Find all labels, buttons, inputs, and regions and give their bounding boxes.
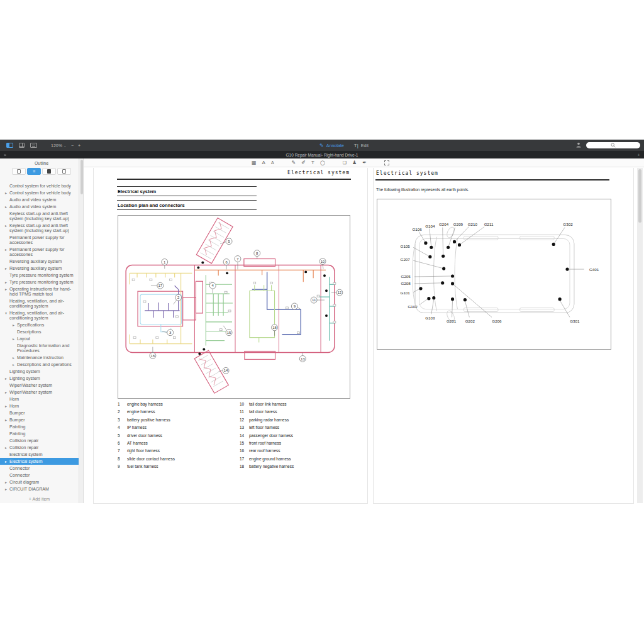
marker-icon[interactable]: ✐ [301, 160, 306, 165]
disclosure-right-icon[interactable]: ▸ [5, 191, 9, 196]
outline-item[interactable]: Painting [0, 430, 79, 437]
annotate-mode-button[interactable]: ✎ Annotate [319, 143, 344, 148]
outline-item[interactable]: ▸Circuit diagram [0, 479, 79, 486]
outline-item[interactable]: ▸Reversing auxiliary system [0, 265, 79, 272]
outline-item[interactable]: Diagnostic Information and Procedures [0, 342, 79, 354]
outline-tab[interactable]: ≡ [27, 168, 41, 175]
outline-item[interactable]: Collision repair [0, 437, 79, 444]
document-scrollbar[interactable] [637, 168, 643, 503]
disclosure-right-icon[interactable]: ▸ [5, 390, 9, 395]
disclosure-right-icon[interactable]: ▸ [13, 336, 17, 341]
outline-item[interactable]: ▸Keyless start-up and anti-theft system … [0, 222, 79, 234]
outline-item[interactable]: ▸Operating instructions for hand-held TP… [0, 286, 79, 297]
outline-item[interactable]: ▸Layout [0, 335, 79, 342]
zoom-out-button[interactable]: − [71, 143, 74, 148]
outline-item[interactable]: Lighting system [0, 368, 79, 375]
outline-item[interactable]: ▸Collision repair [0, 444, 79, 451]
disclosure-right-icon[interactable]: ▸ [5, 280, 9, 285]
grid-view-icon[interactable] [18, 143, 25, 148]
outline-item[interactable]: Connector [0, 465, 79, 472]
signature-icon[interactable]: ✒ [362, 160, 367, 165]
outline-item[interactable]: ▸Horn [0, 402, 79, 409]
text-box-icon[interactable]: T [311, 160, 314, 165]
disclosure-right-icon[interactable]: ▸ [5, 480, 9, 485]
outline-item[interactable]: ▸Tyre pressure monitoring system [0, 279, 79, 286]
sidebar-toggle-icon[interactable] [6, 143, 13, 148]
outline-item[interactable]: ▸Specifications [0, 321, 79, 328]
outline-item[interactable]: ▸Descriptions and operations [0, 361, 79, 368]
disclosure-right-icon[interactable]: ▸ [5, 376, 9, 381]
disclosure-right-icon[interactable]: ▸ [5, 404, 9, 409]
zoom-in-button[interactable]: + [78, 143, 80, 148]
disclosure-right-icon[interactable]: ▸ [5, 247, 9, 257]
outline-item[interactable]: ▸Bumper [0, 416, 79, 423]
shape-icon[interactable]: ◯ [320, 160, 325, 165]
outline-item[interactable]: ▸CIRCUIT DIAGRAM(Flagship version) [0, 492, 79, 493]
outline-item[interactable]: Permanent power supply for accessories [0, 234, 79, 246]
legend-label: driver door harness [127, 433, 162, 438]
outline-item[interactable]: Audio and video system [0, 196, 79, 203]
disclosure-right-icon[interactable]: ▸ [5, 445, 9, 450]
outline-item[interactable]: Heating, ventilation, and air-conditioni… [0, 297, 79, 309]
add-item-button[interactable]: + Add item [0, 497, 79, 501]
outline-item[interactable]: Horn [0, 396, 79, 402]
outline-item[interactable]: Electrical system [0, 451, 79, 458]
outline-item[interactable]: Tyre pressure monitoring system [0, 272, 79, 279]
outline-item[interactable]: ▸Wiper/Washer system [0, 389, 79, 396]
thumbnails-tab[interactable] [12, 168, 26, 175]
outline-item[interactable]: ▸Maintenance instruction [0, 354, 79, 361]
add-tab-icon[interactable]: + [637, 152, 640, 158]
stamp-icon[interactable]: ♟ [352, 160, 357, 165]
text-style-icon[interactable]: A [271, 160, 274, 165]
disclosure-right-icon[interactable]: ▸ [5, 223, 9, 233]
outline-item[interactable]: Bumper [0, 409, 79, 416]
disclosure-down-icon[interactable]: ▾ [5, 311, 9, 321]
disclosure-right-icon[interactable]: ▸ [13, 362, 17, 367]
attachments-tab[interactable] [57, 168, 71, 175]
sidebar-scrollbar[interactable] [79, 158, 83, 503]
outline-item[interactable]: ▸Audio and video system [0, 203, 79, 210]
outline-item[interactable]: Control system for vehicle body [0, 182, 79, 189]
area-highlight-icon[interactable]: ▦ [252, 160, 257, 165]
bookmarks-tab[interactable] [42, 168, 56, 175]
document-tab[interactable]: G10 Repair Manual- Right-hand Drive-1 [286, 153, 358, 157]
outline-item[interactable]: ▾Heating, ventilation, and air-condition… [0, 309, 79, 321]
outline-item[interactable]: Keyless start-up and anti-theft system (… [0, 210, 79, 222]
select-area-icon[interactable] [384, 160, 389, 165]
edit-mode-button[interactable]: T| Edit [354, 143, 369, 148]
outline-item[interactable]: Painting [0, 423, 79, 430]
reader-view-icon[interactable] [30, 143, 37, 148]
disclosure-right-icon[interactable]: ▸ [5, 266, 9, 271]
disclosure-right-icon[interactable]: ▸ [5, 287, 9, 297]
close-tab-icon[interactable]: × [4, 153, 6, 157]
svg-text:G201: G201 [447, 319, 457, 323]
outline-item[interactable]: Connector [0, 472, 79, 479]
disclosure-right-icon[interactable]: ▸ [13, 323, 17, 328]
legend-label: engine ground harness [249, 457, 291, 461]
disclosure-right-icon[interactable]: ▸ [13, 355, 17, 360]
document-canvas[interactable]: Electrical system Electrical system Loca… [84, 168, 644, 503]
outline-item[interactable]: ▸Electrical system [0, 458, 79, 465]
zoom-level-dropdown[interactable]: 120% ⌄ [51, 143, 67, 148]
disclosure-right-icon[interactable]: ▸ [5, 459, 9, 464]
outline-item[interactable]: ▸CIRCUIT DIAGRAM [0, 486, 79, 492]
pencil-icon[interactable]: ✎ [292, 160, 296, 165]
outline-item[interactable]: ▸Control system for vehicle body [0, 189, 79, 196]
outline-item[interactable]: ▸Lighting system [0, 375, 79, 382]
outline-item[interactable]: Descriptions [0, 328, 79, 335]
disclosure-right-icon[interactable]: ▸ [5, 487, 9, 492]
disclosure-right-icon[interactable]: ▸ [5, 418, 9, 423]
svg-text:G204: G204 [439, 222, 449, 226]
page-header: Electrical system [376, 170, 438, 176]
search-input[interactable] [586, 142, 640, 148]
comment-icon[interactable]: ❏ [343, 160, 347, 165]
outline-item[interactable]: Reversing auxiliary system [0, 258, 79, 265]
outline-item-label: Lighting system [9, 369, 40, 374]
disclosure-right-icon[interactable]: ▸ [5, 204, 9, 209]
share-icon[interactable] [576, 142, 581, 148]
outline-item-label: Audio and video system [9, 197, 56, 203]
text-highlight-icon[interactable]: A [262, 160, 265, 165]
legend-row: 10tail door link harness [240, 402, 359, 409]
outline-item[interactable]: Wiper/Washer system [0, 382, 79, 389]
outline-item[interactable]: ▸Permanent power supply for accessories [0, 246, 79, 258]
